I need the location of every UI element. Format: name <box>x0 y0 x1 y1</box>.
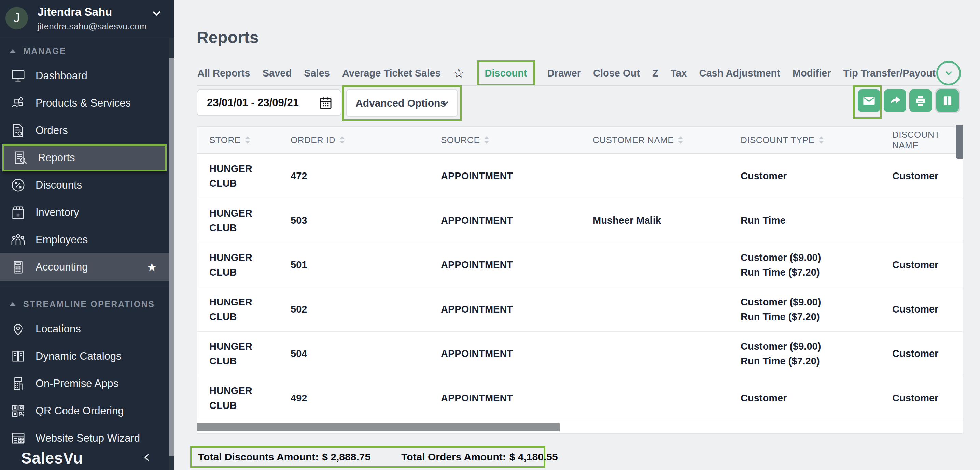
sidebar-nav: Dashboard Products & Services Orders Rep… <box>0 59 174 281</box>
discount-report-table: STORE ORDER ID SOURCE CUSTOMER NAME DISC… <box>197 126 963 434</box>
cell-store: HUNGER CLUB <box>197 295 265 323</box>
section-streamline-label: STREAMLINE OPERATIONS <box>23 299 155 309</box>
collapse-triangle-icon <box>10 302 16 306</box>
column-header-discount-name[interactable]: DISCOUNT NAME <box>892 129 963 151</box>
sort-icon[interactable] <box>339 136 345 144</box>
favorite-star-outline-icon[interactable]: ☆ <box>453 67 465 80</box>
sidebar-item-label: Inventory <box>35 206 79 218</box>
printer-icon <box>914 94 927 107</box>
sidebar-item-employees[interactable]: Employees <box>0 226 174 253</box>
cell-store: HUNGER CLUB <box>197 206 265 235</box>
sort-icon[interactable] <box>818 136 824 144</box>
sidebar-item-qr-code-ordering[interactable]: QR Code Ordering <box>0 397 174 425</box>
tab-sales[interactable]: Sales <box>304 68 330 79</box>
chevron-down-icon <box>440 98 450 108</box>
total-discounts-label: Total Discounts Amount: <box>198 451 318 463</box>
sidebar-item-discounts[interactable]: Discounts <box>0 172 174 199</box>
tab-saved[interactable]: Saved <box>262 68 292 79</box>
sidebar-item-reports[interactable]: Reports <box>2 144 167 172</box>
cell-discount-type: Customer ($9.00) Run Time ($7.20) <box>741 339 892 368</box>
column-header-source[interactable]: SOURCE <box>441 135 593 145</box>
column-header-discount-type[interactable]: DISCOUNT TYPE <box>741 135 892 145</box>
favorite-star-filled-icon[interactable]: ★ <box>147 260 157 274</box>
column-header-store[interactable]: STORE <box>197 135 291 145</box>
on-premise-apps-icon <box>10 376 26 392</box>
columns-button[interactable] <box>936 89 959 112</box>
column-header-order-id[interactable]: ORDER ID <box>291 135 441 145</box>
tab-close-out[interactable]: Close Out <box>593 68 640 79</box>
report-tabs: All Reports Saved Sales Average Ticket S… <box>197 61 935 85</box>
cell-store: HUNGER CLUB <box>197 384 265 412</box>
sidebar-item-label: Discounts <box>35 179 82 191</box>
vertical-scrollbar-thumb[interactable] <box>956 125 963 159</box>
horizontal-scrollbar-thumb[interactable] <box>197 423 560 432</box>
tab-cash-adjustment[interactable]: Cash Adjustment <box>699 68 780 79</box>
cell-source: APPOINTMENT <box>441 213 593 228</box>
sidebar-item-products-services[interactable]: Products & Services <box>0 89 174 117</box>
export-button[interactable] <box>884 89 906 112</box>
inventory-icon <box>10 205 26 220</box>
sidebar-item-dynamic-catalogs[interactable]: Dynamic Catalogs <box>0 343 174 370</box>
products-services-icon <box>10 95 26 111</box>
table-row[interactable]: HUNGER CLUB 503 APPOINTMENT Musheer Mali… <box>197 198 963 243</box>
sort-icon[interactable] <box>678 136 683 144</box>
sidebar-item-locations[interactable]: Locations <box>0 315 174 343</box>
cell-order-id: 472 <box>291 169 441 183</box>
date-range-input[interactable]: 23/01/01 - 23/09/21 <box>197 89 342 116</box>
sidebar-item-website-setup-wizard[interactable]: Website Setup Wizard <box>0 425 174 452</box>
table-row[interactable]: HUNGER CLUB 472 APPOINTMENT Customer Cus… <box>197 154 963 198</box>
cell-customer-name: Musheer Malik <box>593 213 741 228</box>
sidebar-item-inventory[interactable]: Inventory <box>0 199 174 226</box>
table-row[interactable]: HUNGER CLUB 492 APPOINTMENT Customer Cus… <box>197 376 963 421</box>
advanced-options-dropdown[interactable]: Advanced Options <box>346 89 458 117</box>
email-report-button[interactable] <box>858 89 880 112</box>
table-row[interactable]: HUNGER CLUB 501 APPOINTMENT Customer ($9… <box>197 243 963 287</box>
tab-modifier[interactable]: Modifier <box>792 68 831 79</box>
print-button[interactable] <box>909 89 932 112</box>
expand-tabs-button[interactable] <box>936 61 961 85</box>
sidebar-scrollbar[interactable] <box>169 38 174 470</box>
sidebar-item-label: Dashboard <box>35 70 88 82</box>
tab-average-ticket-sales[interactable]: Average Ticket Sales <box>342 68 441 79</box>
main-content: Reports All Reports Saved Sales Average … <box>174 0 980 470</box>
sidebar: J Jitendra Sahu jitendra.sahu@salesvu.co… <box>0 0 174 470</box>
sort-icon[interactable] <box>484 136 489 144</box>
tab-all-reports[interactable]: All Reports <box>197 68 250 79</box>
advanced-options-annotation: Advanced Options <box>342 85 462 121</box>
total-orders: Total Orders Amount: $ 4,180.55 <box>401 451 558 463</box>
envelope-icon <box>862 94 875 107</box>
section-manage[interactable]: MANAGE <box>0 42 174 59</box>
cell-order-id: 504 <box>291 346 441 361</box>
sidebar-scrollbar-thumb[interactable] <box>169 58 174 456</box>
dashboard-icon <box>10 68 26 84</box>
column-header-customer-name[interactable]: CUSTOMER NAME <box>593 135 741 145</box>
avatar: J <box>5 7 28 29</box>
cell-discount-name: Customer <box>892 391 963 405</box>
chevron-left-icon[interactable] <box>142 452 153 463</box>
tab-discount[interactable]: Discount <box>485 68 527 78</box>
sidebar-item-orders[interactable]: Orders <box>0 117 174 144</box>
cell-store: HUNGER CLUB <box>197 162 265 190</box>
chevron-down-icon[interactable] <box>151 8 162 19</box>
table-row[interactable]: HUNGER CLUB 504 APPOINTMENT Customer ($9… <box>197 332 963 376</box>
sort-icon[interactable] <box>245 136 250 144</box>
table-row[interactable]: HUNGER CLUB 502 APPOINTMENT Customer ($9… <box>197 287 963 332</box>
cell-store: HUNGER CLUB <box>197 250 265 279</box>
tab-tip-transfer-payout[interactable]: Tip Transfer/Payout <box>843 68 935 79</box>
cell-discount-name: Customer <box>892 258 963 272</box>
section-streamline-operations[interactable]: STREAMLINE OPERATIONS <box>0 295 174 312</box>
sidebar-item-label: Reports <box>38 152 75 164</box>
tab-z[interactable]: Z <box>652 68 658 79</box>
tab-tax[interactable]: Tax <box>671 68 687 79</box>
calendar-icon[interactable] <box>319 96 332 110</box>
totals-annotation: Total Discounts Amount: $ 2,888.75 Total… <box>190 446 545 468</box>
total-orders-value: $ 4,180.55 <box>509 451 558 463</box>
cell-source: APPOINTMENT <box>441 302 593 316</box>
employees-icon <box>10 232 26 248</box>
user-profile[interactable]: J Jitendra Sahu jitendra.sahu@salesvu.co… <box>0 0 174 37</box>
date-range-value: 23/01/01 - 23/09/21 <box>207 97 299 109</box>
sidebar-item-dashboard[interactable]: Dashboard <box>0 62 174 89</box>
sidebar-item-on-premise-apps[interactable]: On-Premise Apps <box>0 370 174 397</box>
sidebar-item-accounting[interactable]: Accounting ★ <box>0 253 174 281</box>
tab-drawer[interactable]: Drawer <box>547 68 581 79</box>
